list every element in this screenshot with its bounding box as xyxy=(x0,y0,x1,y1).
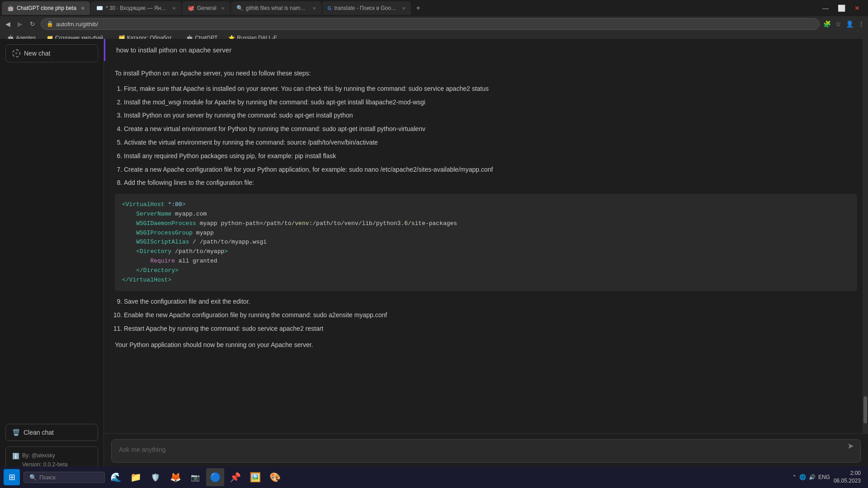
tab-icon-github: 🐙 xyxy=(188,5,194,11)
sidebar: + New chat 🗑️ Clean chat ℹ️ By: @alexsky… xyxy=(0,39,104,488)
tray-icon-up[interactable]: ⌃ xyxy=(792,474,797,480)
taskbar-app-edge[interactable]: 🌊 xyxy=(107,468,125,486)
tab-close-github[interactable]: ✕ xyxy=(221,6,225,11)
tabs-bar: 🤖 ChatGPT clone php beta ✕ ✉️ * 30 · Вхо… xyxy=(0,0,868,16)
lock-icon: 🔒 xyxy=(47,21,53,27)
taskbar-app-shield[interactable]: 🛡️ xyxy=(146,468,165,486)
taskbar-search[interactable]: 🔍 Поиск xyxy=(24,472,105,483)
response-step-7: Create a new Apache configuration file f… xyxy=(124,164,857,175)
code-block: <VirtualHost *:80> ServerName myapp.com … xyxy=(115,194,857,291)
tray-icon-net[interactable]: 🌐 xyxy=(799,474,806,480)
taskbar-app-ps[interactable]: 🎨 xyxy=(266,468,284,486)
url-bar[interactable]: 🔒 autofm.ru/githib/ xyxy=(41,18,820,30)
new-chat-button[interactable]: + New chat xyxy=(5,44,98,62)
clock[interactable]: 2:00 06.05.2023 xyxy=(834,469,861,485)
clean-chat-button[interactable]: 🗑️ Clean chat xyxy=(5,424,98,441)
close-button[interactable]: ✕ xyxy=(852,4,863,13)
extensions-icon[interactable]: 🧩 xyxy=(823,20,831,28)
date-display: 06.05.2023 xyxy=(834,477,861,485)
scrollbar-track[interactable] xyxy=(863,39,868,433)
response-intro: To install Python on an Apache server, y… xyxy=(115,68,857,79)
time-display: 2:00 xyxy=(834,469,861,477)
tab-label-search1: githib files what is name - Поиск... xyxy=(246,5,308,11)
scrollbar-thumb[interactable] xyxy=(863,396,867,423)
tab-label-yandex: * 30 · Входящие — Яндекс Почт... xyxy=(106,5,168,11)
taskbar-app-img[interactable]: 🖼️ xyxy=(246,468,264,486)
tab-translate[interactable]: G translate - Поиск в Google ✕ xyxy=(322,1,411,15)
info-by: By: @alexsky xyxy=(22,451,73,460)
input-area: Ask me anything ➤ xyxy=(104,433,868,468)
tab-search1[interactable]: 🔍 githib files what is name - Поиск... ✕ xyxy=(231,1,321,15)
taskbar-app-pin[interactable]: 📌 xyxy=(226,468,244,486)
bookmark-icon[interactable]: ☆ xyxy=(835,20,841,28)
user-message: how to instlall pithon on apache server xyxy=(104,39,868,61)
address-bar: ◀ ▶ ↻ 🔒 autofm.ru/githib/ 🧩 ☆ 👤 ⋮ xyxy=(0,16,868,32)
tab-chatgpt[interactable]: 🤖 ChatGPT clone php beta ✕ xyxy=(2,1,90,15)
response-step-9: Save the configuration file and exit the… xyxy=(124,296,857,307)
send-button[interactable]: ➤ xyxy=(847,441,854,451)
new-chat-icon: + xyxy=(12,49,20,57)
new-tab-button[interactable]: + xyxy=(412,2,425,14)
taskbar-app-explorer[interactable]: 📁 xyxy=(127,468,145,486)
response-step-1: First, make sure that Apache is installe… xyxy=(124,84,857,94)
tab-icon-search1: 🔍 xyxy=(236,5,243,11)
response-step-2: Install the mod_wsgi module for Apache b… xyxy=(124,97,857,108)
taskbar: ⊞ 🔍 Поиск 🌊 📁 🛡️ 🦊 📷 🔵 📌 🖼️ 🎨 ⌃ 🌐 🔊 ENG … xyxy=(0,466,868,488)
taskbar-app-chrome[interactable]: 🔵 xyxy=(206,468,224,486)
clean-chat-label: Clean chat xyxy=(24,429,54,436)
refresh-button[interactable]: ↻ xyxy=(28,19,37,28)
tab-close-yandex[interactable]: ✕ xyxy=(172,6,176,11)
tab-yandex[interactable]: ✉️ * 30 · Входящие — Яндекс Почт... ✕ xyxy=(91,1,181,15)
response-step-8: Add the following lines to the configura… xyxy=(124,178,857,188)
new-chat-label: New chat xyxy=(24,50,50,57)
taskbar-search-icon: 🔍 xyxy=(29,474,37,481)
response-step-10: Enable the new Apache configuration file… xyxy=(124,310,857,321)
back-button[interactable]: ◀ xyxy=(4,19,12,28)
browser-chrome: 🤖 ChatGPT clone php beta ✕ ✉️ * 30 · Вхо… xyxy=(0,0,868,39)
tab-github[interactable]: 🐙 General ✕ xyxy=(182,1,230,15)
profile-icon[interactable]: 👤 xyxy=(846,20,854,28)
clean-chat-icon: 🗑️ xyxy=(12,429,20,436)
chat-area: how to instlall pithon on apache server … xyxy=(104,39,868,488)
info-icon: ℹ️ xyxy=(12,452,19,461)
response-steps-after-list: Save the configuration file and exit the… xyxy=(115,296,857,334)
system-tray: ⌃ 🌐 🔊 ENG xyxy=(792,474,830,480)
input-box[interactable]: Ask me anything ➤ xyxy=(111,439,861,463)
response-conclusion: Your Python application should now be ru… xyxy=(115,340,857,351)
window-controls: — ⬜ ✕ xyxy=(820,4,866,13)
user-message-text: how to instlall pithon on apache server xyxy=(116,46,231,54)
tab-icon-chatgpt: 🤖 xyxy=(7,5,14,11)
tray-icon-vol[interactable]: 🔊 xyxy=(809,474,816,480)
url-text: autofm.ru/githib/ xyxy=(56,21,98,28)
tab-close-translate[interactable]: ✕ xyxy=(402,6,406,11)
taskbar-right: ⌃ 🌐 🔊 ENG 2:00 06.05.2023 xyxy=(788,469,864,485)
response-steps-list: First, make sure that Apache is installe… xyxy=(115,84,857,188)
response-step-3: Install Python on your server by running… xyxy=(124,110,857,121)
tab-icon-yandex: ✉️ xyxy=(96,5,103,11)
tab-icon-translate: G xyxy=(328,5,332,11)
tab-label-chatgpt: ChatGPT clone php beta xyxy=(17,5,76,11)
menu-icon[interactable]: ⋮ xyxy=(858,20,864,28)
ai-response: To install Python on an Apache server, y… xyxy=(104,61,868,366)
forward-button[interactable]: ▶ xyxy=(16,19,24,28)
maximize-button[interactable]: ⬜ xyxy=(835,4,848,13)
taskbar-search-placeholder: Поиск xyxy=(39,474,56,481)
response-step-6: Install any required Python packages usi… xyxy=(124,151,857,162)
tab-label-translate: translate - Поиск в Google xyxy=(334,5,397,11)
taskbar-app-fox[interactable]: 🦊 xyxy=(166,468,184,486)
tab-close-search1[interactable]: ✕ xyxy=(312,6,316,11)
response-step-5: Activate the virtual environment by runn… xyxy=(124,137,857,148)
tab-close-chatgpt[interactable]: ✕ xyxy=(81,6,85,11)
input-placeholder: Ask me anything xyxy=(119,446,166,453)
response-step-4: Create a new virtual environment for Pyt… xyxy=(124,124,857,135)
start-button[interactable]: ⊞ xyxy=(4,469,20,485)
tab-label-github: General xyxy=(197,5,217,11)
response-step-11: Restart Apache by running the command: s… xyxy=(124,324,857,334)
minimize-button[interactable]: — xyxy=(820,4,831,13)
sidebar-spacer xyxy=(5,68,98,424)
taskbar-app-photo[interactable]: 📷 xyxy=(186,468,204,486)
language-indicator[interactable]: ENG xyxy=(818,474,830,480)
address-right-icons: 🧩 ☆ 👤 ⋮ xyxy=(823,20,864,28)
messages-container[interactable]: how to instlall pithon on apache server … xyxy=(104,39,868,433)
main-layout: + New chat 🗑️ Clean chat ℹ️ By: @alexsky… xyxy=(0,39,868,488)
